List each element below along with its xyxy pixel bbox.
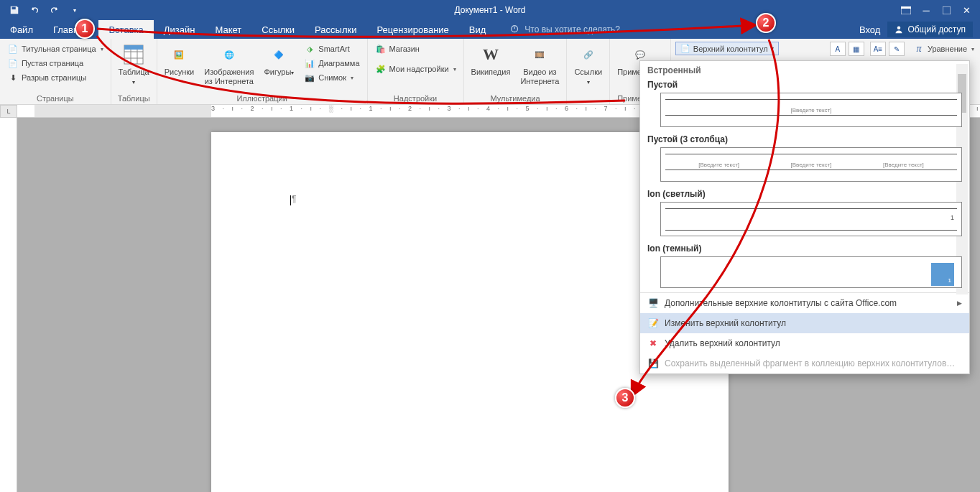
- gallery-edit-header[interactable]: 📝Изменить верхний колонтитул: [640, 313, 969, 333]
- ribbon-display-icon[interactable]: [897, 1, 915, 19]
- gallery-item-3[interactable]: 1: [660, 256, 962, 288]
- tab-file[interactable]: Файл: [0, 20, 43, 39]
- svg-rect-7: [124, 45, 143, 50]
- chart-button[interactable]: 📊Диаграмма: [301, 56, 362, 70]
- gallery-more-office[interactable]: 🖥️Дополнительные верхние колонтитулы с с…: [640, 293, 969, 313]
- gallery-item-1[interactable]: [Введите текст] [Введите текст] [Введите…: [660, 147, 962, 182]
- ribbon-tabs: Файл Главная Вставка Дизайн Макет Ссылки…: [0, 20, 980, 39]
- gallery-save-selection: 💾Сохранить выделенный фрагмент в коллекц…: [640, 353, 969, 373]
- gallery-category: Встроенный: [640, 61, 969, 77]
- sign-in-link[interactable]: Вход: [859, 24, 880, 35]
- gallery-item-name-0: Пустой: [640, 77, 969, 91]
- tab-view[interactable]: Вид: [459, 20, 496, 39]
- qat-customize-icon[interactable]: ▾: [66, 1, 83, 19]
- maximize-icon[interactable]: [937, 1, 956, 19]
- close-icon[interactable]: ✕: [957, 1, 976, 19]
- quick-access-toolbar: ▾: [0, 1, 83, 19]
- redo-icon[interactable]: [46, 1, 63, 19]
- undo-icon[interactable]: [26, 1, 43, 19]
- group-links: 🔗Ссылки▾ Ссылки: [567, 39, 610, 104]
- smartart-button[interactable]: ⬗SmartArt: [301, 42, 362, 56]
- group-addins-label: Надстройки: [372, 93, 459, 103]
- svg-rect-3: [943, 6, 951, 14]
- callout-badge-1: 1: [75, 19, 95, 39]
- tab-insert[interactable]: Вставка: [98, 20, 153, 39]
- callout-badge-2: 2: [756, 13, 776, 33]
- gallery-item-name-3: Ion (темный): [640, 241, 969, 255]
- page-break-button[interactable]: ⬇Разрыв страницы: [4, 70, 106, 85]
- tab-review[interactable]: Рецензирование: [366, 20, 458, 39]
- group-pages: 📄Титульная страница▾ 📄Пустая страница ⬇Р…: [0, 39, 111, 104]
- group-media-label: Мультимедиа: [468, 93, 563, 103]
- header-gallery: Встроенный Пустой [Введите текст] Пустой…: [639, 60, 970, 374]
- quickparts-mini-icon[interactable]: ▦: [849, 42, 864, 56]
- group-illustrations-label: Иллюстрации: [162, 93, 363, 103]
- textbox-mini-icon[interactable]: A: [830, 42, 846, 56]
- online-pictures-button[interactable]: 🌐Изображения из Интернета: [201, 42, 256, 87]
- symbols-group-mini: A≡ ✎: [867, 39, 907, 59]
- text-group-mini: A ▦: [827, 39, 867, 59]
- svg-rect-0: [12, 7, 16, 10]
- tell-me-placeholder: Что вы хотите сделать?: [524, 24, 620, 34]
- title-bar: ▾ Документ1 - Word ─ ✕: [0, 0, 980, 20]
- wordart-mini-icon[interactable]: ✎: [889, 42, 905, 56]
- shapes-button[interactable]: 🔷Фигуры▾: [261, 42, 297, 78]
- group-media: WВикипедия 🎞️Видео из Интернета Мультиме…: [464, 39, 568, 104]
- callout-badge-3: 3: [615, 388, 635, 408]
- minimize-icon[interactable]: ─: [917, 1, 935, 19]
- links-button[interactable]: 🔗Ссылки▾: [571, 42, 605, 87]
- group-tables-label: Таблицы: [116, 93, 152, 103]
- equation-button[interactable]: πУравнение▾: [910, 42, 977, 56]
- pictures-button[interactable]: 🖼️Рисунки: [162, 42, 198, 78]
- blank-page-button[interactable]: 📄Пустая страница: [4, 56, 106, 70]
- gallery-item-2[interactable]: 1: [660, 202, 962, 236]
- svg-rect-2: [901, 6, 911, 9]
- tab-mailings[interactable]: Рассылки: [305, 20, 366, 39]
- group-addins: 🛍️Магазин 🧩Мои надстройки▾ Надстройки: [368, 39, 464, 104]
- group-illustrations: 🖼️Рисунки 🌐Изображения из Интернета 🔷Фиг…: [157, 39, 368, 104]
- online-video-button[interactable]: 🎞️Видео из Интернета: [517, 42, 562, 87]
- tab-layout[interactable]: Макет: [205, 20, 251, 39]
- store-button[interactable]: 🛍️Магазин: [372, 42, 459, 56]
- svg-point-5: [897, 27, 901, 30]
- screenshot-button[interactable]: 📷Снимок▾: [301, 70, 362, 85]
- tab-design[interactable]: Дизайн: [154, 20, 205, 39]
- text-cursor: [290, 195, 291, 205]
- group-tables: Таблица▾ Таблицы: [111, 39, 157, 104]
- header-button[interactable]: 📄 Верхний колонтитул ▾: [675, 42, 779, 55]
- my-addins-button[interactable]: 🧩Мои надстройки▾: [372, 62, 459, 76]
- equation-group: πУравнение▾: [907, 39, 980, 59]
- tell-me-search[interactable]: Что вы хотите сделать?: [510, 24, 620, 34]
- group-pages-label: Страницы: [4, 93, 106, 103]
- gallery-item-name-2: Ion (светлый): [640, 186, 969, 200]
- header-button-label: Верхний колонтитул: [693, 45, 768, 53]
- gallery-remove-header[interactable]: ✖Удалить верхний колонтитул: [640, 333, 969, 353]
- share-button[interactable]: Общий доступ: [887, 22, 973, 37]
- wikipedia-button[interactable]: WВикипедия: [468, 42, 514, 78]
- tab-references[interactable]: Ссылки: [251, 20, 305, 39]
- ruler-tab-selector[interactable]: L: [0, 105, 17, 118]
- gallery-item-name-1: Пустой (3 столбца): [640, 131, 969, 146]
- ruler-vertical[interactable]: [0, 118, 17, 492]
- table-button[interactable]: Таблица▾: [116, 42, 152, 87]
- cover-page-button[interactable]: 📄Титульная страница▾: [4, 42, 106, 56]
- dropcap-mini-icon[interactable]: A≡: [870, 42, 886, 56]
- gallery-item-0[interactable]: [Введите текст]: [660, 93, 962, 127]
- save-icon[interactable]: [6, 1, 23, 19]
- window-title: Документ1 - Word: [454, 5, 525, 15]
- share-label: Общий доступ: [907, 24, 966, 34]
